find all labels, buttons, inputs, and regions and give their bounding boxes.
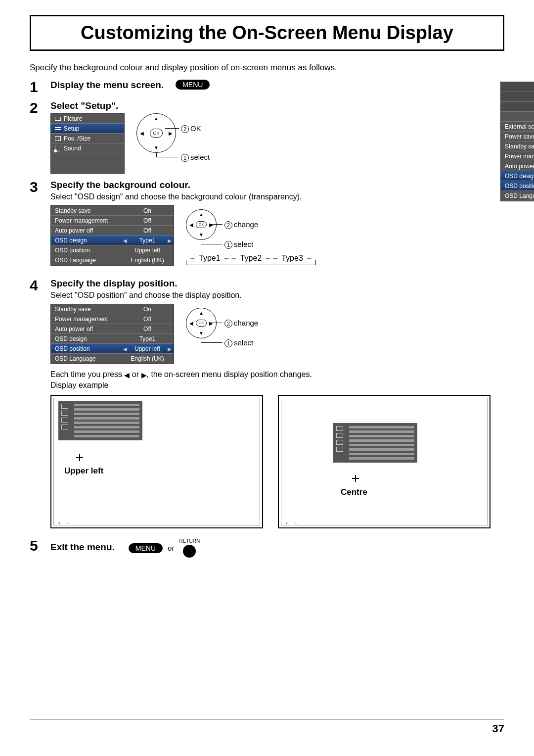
arrow-right-icon: ▶ xyxy=(209,222,213,228)
osd-row[interactable]: Auto power offOff xyxy=(51,226,174,236)
page-number: 37 xyxy=(492,722,504,735)
intro-text: Specify the background colour and displa… xyxy=(30,63,504,73)
osd-row[interactable]: Auto power offOff xyxy=(51,324,174,334)
osd-row-value: English (UK) xyxy=(125,355,170,362)
arrow-left-icon: ◀ xyxy=(140,131,144,136)
osd-row-value: On xyxy=(125,306,170,313)
step-3-title: Specify the background colour. xyxy=(50,180,490,190)
step-5-title: Exit the menu. xyxy=(50,542,115,553)
osd-row-value: Off xyxy=(125,316,170,323)
osd-row-label: OSD position xyxy=(55,247,125,254)
step-5-number: 5 xyxy=(30,538,43,553)
osd-header-row[interactable]: Component/RGB-in select xyxy=(501,102,534,112)
osd-row-label: Pos. /Size xyxy=(64,135,120,142)
osd-row[interactable]: OSD designType1◀▶ xyxy=(51,236,174,245)
osd-row[interactable]: OSD designType1 xyxy=(51,334,174,344)
step-4-number: 4 xyxy=(30,278,43,293)
step-1: 1 Display the menu screen. MENU xyxy=(30,80,490,94)
ok-button[interactable]: OK xyxy=(196,320,207,327)
osd-header-row[interactable]: Signal xyxy=(501,82,534,92)
osd-row[interactable]: OSD positionUpper left◀▶ xyxy=(501,181,534,191)
arrow-right-icon: ▶ xyxy=(169,131,173,136)
picture-icon xyxy=(55,117,61,121)
step-1-number: 1 xyxy=(30,80,43,94)
osd-row[interactable]: Power saveOff xyxy=(501,132,534,142)
steps-column: 1 Display the menu screen. MENU 2 Select… xyxy=(30,80,490,564)
osd-row[interactable]: Auto power offOff xyxy=(501,161,534,171)
osd-row[interactable]: OSD LanguageEnglish (UK) xyxy=(501,191,534,201)
osd-row[interactable]: Sound xyxy=(51,143,124,153)
osd-row[interactable]: External scaler modeOff xyxy=(501,122,534,132)
osd-row-label: Standby save xyxy=(505,143,534,150)
osd-row[interactable]: OSD LanguageEnglish (UK) xyxy=(51,255,174,265)
osd-row-label: Standby save xyxy=(55,306,125,313)
dpad-ok-annotation: 2OK xyxy=(181,124,201,133)
arrow-left-icon: ◀ xyxy=(189,222,193,228)
right-arrow-icon: ▶ xyxy=(141,371,147,379)
main-columns: 1 Display the menu screen. MENU 2 Select… xyxy=(30,80,504,564)
osd-row[interactable]: OSD positionUpper left xyxy=(51,245,174,255)
osd-row-label: Standby save xyxy=(55,207,125,214)
pos-size-icon xyxy=(55,136,61,141)
osd-row[interactable]: Setup xyxy=(51,124,124,134)
osd-row-label: Auto power off xyxy=(55,326,125,332)
arrow-down-icon: ▼ xyxy=(199,331,204,336)
osd-row[interactable]: OSD positionUpper left◀▶ xyxy=(51,344,174,354)
osd-row[interactable]: Power managementOff xyxy=(51,216,174,226)
dpad-step-4[interactable]: ▲ ▼ ◀ ▶ OK 2change 1selec xyxy=(186,304,275,348)
dpad-step-2[interactable]: ▲ ▼ ◀ ▶ OK 2OK 1select xyxy=(136,113,225,158)
step-2-number: 2 xyxy=(30,100,43,115)
osd-row[interactable]: Power managementOff xyxy=(501,151,534,161)
step-4-title: Specify the display position. xyxy=(50,278,490,289)
osd-row-label: Auto power off xyxy=(55,227,125,234)
osd-row[interactable]: Picture xyxy=(51,114,124,124)
step-3-desc: Select "OSD design" and choose the backg… xyxy=(50,192,490,201)
osd-row-label: OSD position xyxy=(55,345,125,352)
page-footer: 37 xyxy=(30,719,504,735)
step-2-title: Select "Setup". xyxy=(50,100,490,111)
return-circle-icon xyxy=(183,545,196,558)
step-1-title: Display the menu screen. xyxy=(50,80,164,91)
menu-button[interactable]: MENU xyxy=(176,80,210,90)
osd-row[interactable]: Standby saveOn xyxy=(51,304,174,314)
osd-row-label: OSD design xyxy=(55,237,125,244)
osd-row-label: OSD design xyxy=(505,173,534,180)
osd-row-label: OSD position xyxy=(505,183,534,189)
osd-row[interactable]: RGB xyxy=(501,112,534,122)
osd-row-value: Off xyxy=(125,227,170,234)
arrow-down-icon: ▼ xyxy=(154,145,159,150)
example-screen-upper-left: Upper left • ▫ xyxy=(50,395,263,528)
osd-header-row[interactable]: Screensaver xyxy=(501,92,534,102)
dpad-select-annotation: 1select xyxy=(224,338,253,347)
position-label-centre: Centre xyxy=(341,487,367,497)
step-4-desc: Select "OSD position" and choose the dis… xyxy=(50,291,490,300)
osd-row-label: OSD Language xyxy=(55,355,125,362)
osd-row[interactable]: Standby saveOn xyxy=(51,206,174,216)
ok-button[interactable]: OK xyxy=(150,129,163,138)
ok-button[interactable]: OK xyxy=(196,221,207,228)
arrow-up-icon: ▲ xyxy=(154,116,159,121)
step-3-osd-menu: Standby saveOnPower managementOffAuto po… xyxy=(50,205,174,266)
step-5: 5 Exit the menu. MENU or RETURN xyxy=(30,538,490,558)
osd-row-label: Power management xyxy=(505,153,534,160)
osd-row-label: Power management xyxy=(55,316,125,323)
osd-row-value: Upper left◀▶ xyxy=(125,345,170,352)
step-4-note: Each time you press ◀ or ▶, the on-scree… xyxy=(50,370,357,379)
osd-row[interactable]: Standby saveOn xyxy=(501,142,534,151)
osd-row[interactable]: Pos. /Size xyxy=(51,134,124,143)
osd-row[interactable]: OSD LanguageEnglish (UK) xyxy=(51,354,174,364)
position-label-upper-left: Upper left xyxy=(64,466,103,476)
type-cycle-diagram: → Type1 ←→ Type2 ←→ Type3 ← xyxy=(186,254,316,265)
osd-row[interactable]: Power managementOff xyxy=(51,314,174,324)
osd-row-label: Setup xyxy=(64,125,120,132)
osd-row-value: Off xyxy=(125,217,170,224)
dpad-step-3[interactable]: ▲ ▼ ◀ ▶ OK 2change xyxy=(186,205,275,250)
osd-row-label: OSD Language xyxy=(505,192,534,199)
step-2-osd-menu: PictureSetupPos. /SizeSound xyxy=(50,113,125,174)
arrow-right-icon: ▶ xyxy=(209,321,213,326)
page-title: Customizing the On-Screen Menu Display xyxy=(41,22,493,44)
osd-row-label: OSD Language xyxy=(55,257,125,264)
return-button[interactable]: RETURN xyxy=(179,538,200,558)
menu-button[interactable]: MENU xyxy=(129,543,163,553)
osd-row[interactable]: OSD designType1◀▶ xyxy=(501,171,534,181)
